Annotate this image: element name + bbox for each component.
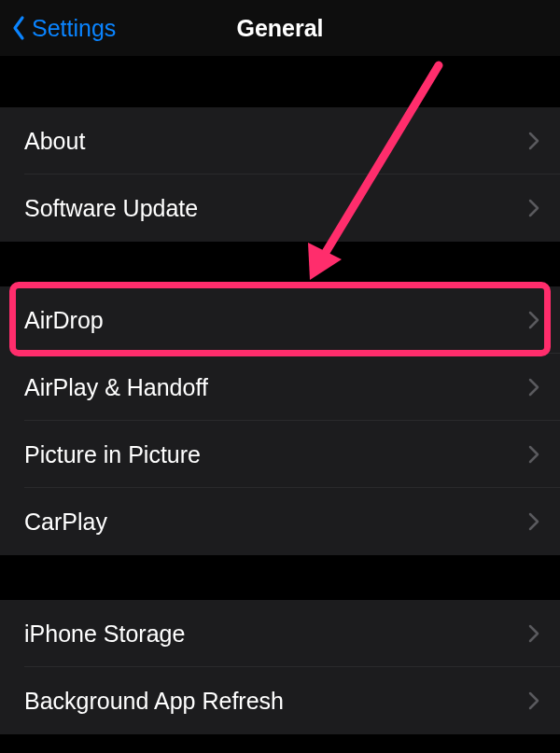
back-label: Settings — [32, 15, 116, 42]
row-airdrop[interactable]: AirDrop — [0, 286, 560, 354]
list-group-1: About Software Update — [0, 107, 560, 242]
row-carplay[interactable]: CarPlay — [0, 488, 560, 555]
row-background-app-refresh[interactable]: Background App Refresh — [0, 667, 560, 734]
row-picture-in-picture[interactable]: Picture in Picture — [0, 421, 560, 488]
row-label: iPhone Storage — [24, 621, 185, 648]
chevron-right-icon — [528, 311, 539, 329]
chevron-right-icon — [528, 378, 539, 397]
row-label: Picture in Picture — [24, 441, 201, 468]
row-label: Background App Refresh — [24, 688, 284, 715]
page-title: General — [236, 15, 323, 42]
row-label: CarPlay — [24, 509, 107, 536]
back-button[interactable]: Settings — [11, 15, 116, 42]
row-software-update[interactable]: Software Update — [0, 174, 560, 242]
list-group-3: iPhone Storage Background App Refresh — [0, 600, 560, 734]
navigation-bar: Settings General — [0, 0, 560, 56]
row-airplay-handoff[interactable]: AirPlay & Handoff — [0, 354, 560, 421]
row-about[interactable]: About — [0, 107, 560, 174]
chevron-right-icon — [528, 445, 539, 464]
chevron-right-icon — [528, 624, 539, 643]
chevron-right-icon — [528, 691, 539, 710]
row-label: Software Update — [24, 195, 198, 222]
chevron-right-icon — [528, 132, 539, 150]
row-iphone-storage[interactable]: iPhone Storage — [0, 600, 560, 667]
row-label: AirDrop — [24, 307, 104, 334]
chevron-right-icon — [528, 512, 539, 531]
chevron-right-icon — [528, 199, 539, 217]
list-group-2: AirDrop AirPlay & Handoff Picture in Pic… — [0, 286, 560, 555]
section-gap — [0, 555, 560, 600]
row-label: About — [24, 128, 85, 155]
section-gap — [0, 242, 560, 286]
chevron-left-icon — [11, 15, 26, 41]
row-label: AirPlay & Handoff — [24, 374, 208, 401]
section-gap — [0, 56, 560, 107]
